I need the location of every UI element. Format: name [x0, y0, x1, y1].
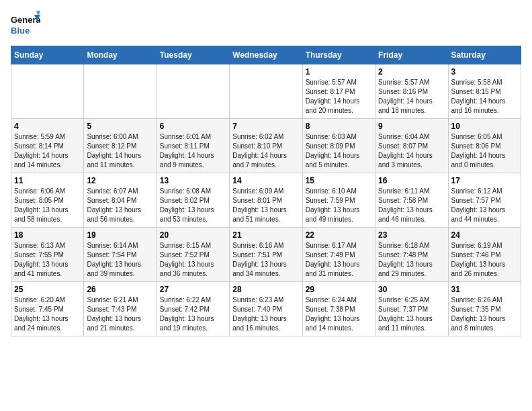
day-cell: 9Sunrise: 6:04 AM Sunset: 8:07 PM Daylig… — [375, 119, 448, 173]
day-number: 4 — [14, 122, 81, 131]
day-number: 30 — [378, 285, 445, 294]
logo-svg: GeneralBlue — [11, 11, 40, 40]
day-cell: 3Sunrise: 5:58 AM Sunset: 8:15 PM Daylig… — [448, 64, 521, 119]
day-info: Sunrise: 6:05 AM Sunset: 8:06 PM Dayligh… — [451, 132, 518, 170]
day-info: Sunrise: 6:11 AM Sunset: 7:58 PM Dayligh… — [378, 187, 445, 224]
day-cell: 6Sunrise: 6:01 AM Sunset: 8:11 PM Daylig… — [157, 119, 229, 173]
day-info: Sunrise: 6:25 AM Sunset: 7:37 PM Dayligh… — [378, 295, 445, 333]
day-cell: 14Sunrise: 6:09 AM Sunset: 8:01 PM Dayli… — [230, 173, 302, 228]
day-number: 14 — [232, 176, 299, 185]
day-info: Sunrise: 6:10 AM Sunset: 7:59 PM Dayligh… — [306, 187, 372, 224]
day-cell: 18Sunrise: 6:13 AM Sunset: 7:55 PM Dayli… — [11, 228, 84, 282]
day-info: Sunrise: 6:18 AM Sunset: 7:48 PM Dayligh… — [378, 241, 445, 279]
day-info: Sunrise: 6:04 AM Sunset: 8:07 PM Dayligh… — [378, 132, 445, 170]
day-number: 15 — [306, 176, 372, 185]
day-info: Sunrise: 5:59 AM Sunset: 8:14 PM Dayligh… — [14, 132, 81, 170]
day-info: Sunrise: 6:03 AM Sunset: 8:09 PM Dayligh… — [306, 132, 372, 170]
day-number: 16 — [378, 176, 445, 185]
day-number: 27 — [160, 285, 226, 294]
day-cell: 2Sunrise: 5:57 AM Sunset: 8:16 PM Daylig… — [375, 64, 448, 119]
day-number: 31 — [451, 285, 518, 294]
calendar-body: 1Sunrise: 5:57 AM Sunset: 8:17 PM Daylig… — [11, 64, 521, 336]
day-number: 26 — [87, 285, 153, 294]
day-cell: 5Sunrise: 6:00 AM Sunset: 8:12 PM Daylig… — [84, 119, 157, 173]
day-cell: 16Sunrise: 6:11 AM Sunset: 7:58 PM Dayli… — [375, 173, 448, 228]
day-cell — [157, 64, 229, 119]
day-cell: 11Sunrise: 6:06 AM Sunset: 8:05 PM Dayli… — [11, 173, 84, 228]
day-number: 17 — [451, 176, 518, 185]
day-info: Sunrise: 6:26 AM Sunset: 7:35 PM Dayligh… — [451, 295, 518, 333]
day-info: Sunrise: 6:09 AM Sunset: 8:01 PM Dayligh… — [232, 187, 299, 224]
day-cell — [11, 64, 84, 119]
day-cell: 10Sunrise: 6:05 AM Sunset: 8:06 PM Dayli… — [448, 119, 521, 173]
day-info: Sunrise: 6:24 AM Sunset: 7:38 PM Dayligh… — [306, 295, 372, 333]
day-cell: 26Sunrise: 6:21 AM Sunset: 7:43 PM Dayli… — [84, 282, 157, 336]
day-info: Sunrise: 6:12 AM Sunset: 7:57 PM Dayligh… — [451, 187, 518, 224]
week-row-3: 18Sunrise: 6:13 AM Sunset: 7:55 PM Dayli… — [11, 228, 521, 282]
day-info: Sunrise: 6:15 AM Sunset: 7:52 PM Dayligh… — [160, 241, 226, 279]
day-number: 21 — [232, 230, 299, 240]
day-number: 23 — [378, 230, 445, 240]
day-info: Sunrise: 6:01 AM Sunset: 8:11 PM Dayligh… — [160, 132, 226, 170]
calendar-table: SundayMondayTuesdayWednesdayThursdayFrid… — [11, 46, 521, 336]
day-number: 13 — [160, 176, 226, 185]
day-info: Sunrise: 6:21 AM Sunset: 7:43 PM Dayligh… — [87, 295, 153, 333]
week-row-0: 1Sunrise: 5:57 AM Sunset: 8:17 PM Daylig… — [11, 64, 521, 119]
day-number: 7 — [232, 122, 299, 131]
day-cell: 13Sunrise: 6:08 AM Sunset: 8:02 PM Dayli… — [157, 173, 229, 228]
day-number: 6 — [160, 122, 226, 131]
calendar-header: SundayMondayTuesdayWednesdayThursdayFrid… — [11, 46, 521, 64]
day-info: Sunrise: 5:57 AM Sunset: 8:17 PM Dayligh… — [306, 78, 372, 116]
day-info: Sunrise: 6:16 AM Sunset: 7:51 PM Dayligh… — [232, 241, 299, 279]
svg-text:Blue: Blue — [11, 26, 30, 36]
day-cell: 28Sunrise: 6:23 AM Sunset: 7:40 PM Dayli… — [230, 282, 302, 336]
day-info: Sunrise: 6:08 AM Sunset: 8:02 PM Dayligh… — [160, 187, 226, 224]
day-cell: 8Sunrise: 6:03 AM Sunset: 8:09 PM Daylig… — [302, 119, 375, 173]
day-cell: 29Sunrise: 6:24 AM Sunset: 7:38 PM Dayli… — [302, 282, 375, 336]
day-info: Sunrise: 6:00 AM Sunset: 8:12 PM Dayligh… — [87, 132, 153, 170]
day-number: 19 — [87, 230, 153, 240]
day-number: 9 — [378, 122, 445, 131]
day-cell: 20Sunrise: 6:15 AM Sunset: 7:52 PM Dayli… — [157, 228, 229, 282]
logo: GeneralBlue — [11, 11, 40, 40]
day-cell: 1Sunrise: 5:57 AM Sunset: 8:17 PM Daylig… — [302, 64, 375, 119]
page-header: GeneralBlue — [11, 11, 521, 40]
day-info: Sunrise: 6:17 AM Sunset: 7:49 PM Dayligh… — [306, 241, 372, 279]
day-cell: 23Sunrise: 6:18 AM Sunset: 7:48 PM Dayli… — [375, 228, 448, 282]
header-wednesday: Wednesday — [230, 46, 302, 64]
header-friday: Friday — [375, 46, 448, 64]
day-number: 10 — [451, 122, 518, 131]
week-row-2: 11Sunrise: 6:06 AM Sunset: 8:05 PM Dayli… — [11, 173, 521, 228]
day-cell: 15Sunrise: 6:10 AM Sunset: 7:59 PM Dayli… — [302, 173, 375, 228]
day-number: 3 — [451, 67, 518, 77]
header-monday: Monday — [84, 46, 157, 64]
day-cell: 4Sunrise: 5:59 AM Sunset: 8:14 PM Daylig… — [11, 119, 84, 173]
day-info: Sunrise: 6:13 AM Sunset: 7:55 PM Dayligh… — [14, 241, 81, 279]
day-info: Sunrise: 6:02 AM Sunset: 8:10 PM Dayligh… — [232, 132, 299, 170]
day-cell: 19Sunrise: 6:14 AM Sunset: 7:54 PM Dayli… — [84, 228, 157, 282]
day-info: Sunrise: 6:07 AM Sunset: 8:04 PM Dayligh… — [87, 187, 153, 224]
day-number: 29 — [306, 285, 372, 294]
day-info: Sunrise: 5:58 AM Sunset: 8:15 PM Dayligh… — [451, 78, 518, 116]
day-info: Sunrise: 5:57 AM Sunset: 8:16 PM Dayligh… — [378, 78, 445, 116]
day-cell: 17Sunrise: 6:12 AM Sunset: 7:57 PM Dayli… — [448, 173, 521, 228]
day-number: 25 — [14, 285, 81, 294]
week-row-4: 25Sunrise: 6:20 AM Sunset: 7:45 PM Dayli… — [11, 282, 521, 336]
day-cell — [84, 64, 157, 119]
day-number: 24 — [451, 230, 518, 240]
day-cell: 30Sunrise: 6:25 AM Sunset: 7:37 PM Dayli… — [375, 282, 448, 336]
day-number: 8 — [306, 122, 372, 131]
day-number: 2 — [378, 67, 445, 77]
day-number: 1 — [306, 67, 372, 77]
week-row-1: 4Sunrise: 5:59 AM Sunset: 8:14 PM Daylig… — [11, 119, 521, 173]
day-info: Sunrise: 6:14 AM Sunset: 7:54 PM Dayligh… — [87, 241, 153, 279]
day-cell: 25Sunrise: 6:20 AM Sunset: 7:45 PM Dayli… — [11, 282, 84, 336]
day-info: Sunrise: 6:22 AM Sunset: 7:42 PM Dayligh… — [160, 295, 226, 333]
day-info: Sunrise: 6:20 AM Sunset: 7:45 PM Dayligh… — [14, 295, 81, 333]
header-sunday: Sunday — [11, 46, 84, 64]
header-thursday: Thursday — [302, 46, 375, 64]
day-cell: 22Sunrise: 6:17 AM Sunset: 7:49 PM Dayli… — [302, 228, 375, 282]
day-info: Sunrise: 6:06 AM Sunset: 8:05 PM Dayligh… — [14, 187, 81, 224]
day-number: 20 — [160, 230, 226, 240]
day-cell: 27Sunrise: 6:22 AM Sunset: 7:42 PM Dayli… — [157, 282, 229, 336]
